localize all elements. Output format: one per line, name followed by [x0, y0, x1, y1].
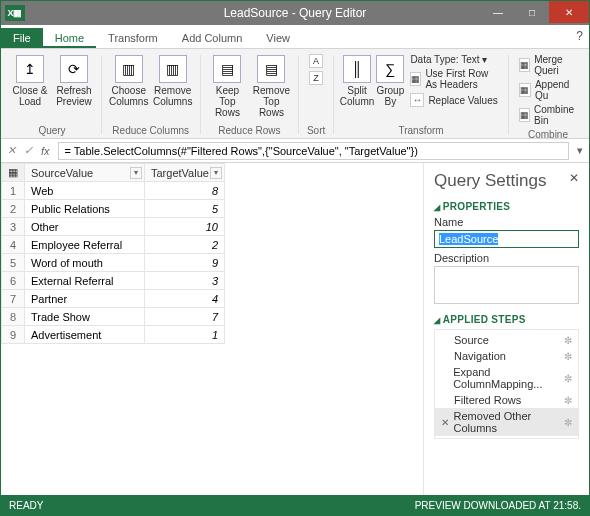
chevron-down-icon[interactable]: ▾ — [130, 167, 142, 179]
gear-icon[interactable]: ✼ — [564, 351, 572, 362]
remove-columns-icon: ▥ — [159, 55, 187, 83]
data-type-button[interactable]: Data Type: Text ▾ — [406, 53, 502, 66]
applied-step[interactable]: Source✼ — [435, 332, 578, 348]
cell-source[interactable]: Employee Referral — [25, 236, 145, 254]
cell-source[interactable]: Word of mouth — [25, 254, 145, 272]
cell-source[interactable]: Other — [25, 218, 145, 236]
table-row[interactable]: 5Word of mouth9 — [2, 254, 225, 272]
gear-icon[interactable]: ✼ — [564, 335, 572, 346]
query-settings-pane: Query Settings ✕ PROPERTIES Name LeadSou… — [423, 163, 589, 495]
replace-values-button[interactable]: ↔Replace Values — [406, 92, 502, 108]
group-sort-label: Sort — [305, 123, 327, 138]
table-row[interactable]: 3Other10 — [2, 218, 225, 236]
step-label: Source — [454, 334, 489, 346]
tab-home[interactable]: Home — [43, 28, 96, 48]
applied-step[interactable]: Expand ColumnMapping...✼ — [435, 364, 578, 392]
headers-icon: ▦ — [410, 72, 421, 86]
cell-source[interactable]: Partner — [25, 290, 145, 308]
formula-input[interactable]: = Table.SelectColumns(#"Filtered Rows",{… — [58, 142, 569, 160]
gear-icon[interactable]: ✼ — [564, 373, 572, 384]
confirm-fx-icon[interactable]: ✓ — [24, 144, 33, 157]
col-header-source[interactable]: SourceValue▾ — [25, 164, 145, 182]
step-label: Expand ColumnMapping... — [453, 366, 572, 390]
refresh-icon: ⟳ — [60, 55, 88, 83]
sort-desc-button[interactable]: Z — [305, 70, 327, 86]
remove-rows-icon: ▤ — [257, 55, 285, 83]
keep-top-rows-button[interactable]: ▤ Keep Top Rows — [206, 51, 248, 118]
steps-list: Source✼Navigation✼Expand ColumnMapping..… — [434, 329, 579, 439]
split-column-icon: ║ — [343, 55, 371, 83]
select-all-corner[interactable]: ▦ — [2, 164, 25, 182]
table-row[interactable]: 8Trade Show7 — [2, 308, 225, 326]
remove-columns-button[interactable]: ▥ Remove Columns — [152, 51, 194, 107]
table-row[interactable]: 4Employee Referral2 — [2, 236, 225, 254]
formula-dropdown-icon[interactable]: ▾ — [577, 144, 583, 157]
fx-icon[interactable]: fx — [41, 145, 50, 157]
cell-target[interactable]: 7 — [145, 308, 225, 326]
tab-add-column[interactable]: Add Column — [170, 28, 255, 48]
gear-icon[interactable]: ✼ — [564, 417, 572, 428]
cell-source[interactable]: External Referral — [25, 272, 145, 290]
maximize-button[interactable]: □ — [515, 1, 549, 23]
cancel-fx-icon[interactable]: ✕ — [7, 144, 16, 157]
split-column-button[interactable]: ║ Split Column — [340, 51, 374, 107]
cell-target[interactable]: 4 — [145, 290, 225, 308]
cell-source[interactable]: Web — [25, 182, 145, 200]
append-queries-button[interactable]: ▦Append Qu — [515, 78, 581, 102]
cell-source[interactable]: Trade Show — [25, 308, 145, 326]
row-number: 5 — [2, 254, 25, 272]
group-by-button[interactable]: ∑ Group By — [376, 51, 404, 107]
cell-source[interactable]: Public Relations — [25, 200, 145, 218]
cell-target[interactable]: 8 — [145, 182, 225, 200]
step-label: Filtered Rows — [454, 394, 521, 406]
table-row[interactable]: 6External Referral3 — [2, 272, 225, 290]
applied-step[interactable]: ✕Removed Other Columns✼ — [435, 408, 578, 436]
tab-transform[interactable]: Transform — [96, 28, 170, 48]
choose-columns-icon: ▥ — [115, 55, 143, 83]
description-input[interactable] — [434, 266, 579, 304]
table-row[interactable]: 1Web8 — [2, 182, 225, 200]
applied-step[interactable]: Filtered Rows✼ — [435, 392, 578, 408]
col-header-target[interactable]: TargetValue▾ — [145, 164, 225, 182]
choose-columns-button[interactable]: ▥ Choose Columns — [108, 51, 150, 107]
row-number: 3 — [2, 218, 25, 236]
cell-target[interactable]: 1 — [145, 326, 225, 344]
tab-view[interactable]: View — [254, 28, 302, 48]
tab-file[interactable]: File — [1, 28, 43, 48]
minimize-button[interactable]: — — [481, 1, 515, 23]
cell-target[interactable]: 10 — [145, 218, 225, 236]
table-row[interactable]: 7Partner4 — [2, 290, 225, 308]
applied-step[interactable]: Navigation✼ — [435, 348, 578, 364]
chevron-down-icon[interactable]: ▾ — [210, 167, 222, 179]
applied-steps-section[interactable]: APPLIED STEPS — [434, 314, 579, 325]
group-reduce-cols-label: Reduce Columns — [108, 123, 194, 138]
combine-binaries-button[interactable]: ▦Combine Bin — [515, 103, 581, 127]
ribbon: ↥ Close & Load ⟳ Refresh Preview Query ▥… — [1, 49, 589, 139]
help-icon[interactable]: ? — [576, 29, 583, 43]
close-settings-button[interactable]: ✕ — [569, 171, 579, 185]
name-input[interactable]: LeadSource — [434, 230, 579, 248]
data-grid-pane: ▦ SourceValue▾ TargetValue▾ 1Web82Public… — [1, 163, 423, 495]
cell-target[interactable]: 2 — [145, 236, 225, 254]
gear-icon[interactable]: ✼ — [564, 395, 572, 406]
close-load-button[interactable]: ↥ Close & Load — [9, 51, 51, 107]
step-label: Removed Other Columns — [454, 410, 572, 434]
delete-step-icon[interactable]: ✕ — [441, 417, 451, 428]
merge-queries-button[interactable]: ▦Merge Queri — [515, 53, 581, 77]
row-number: 7 — [2, 290, 25, 308]
cell-target[interactable]: 9 — [145, 254, 225, 272]
merge-icon: ▦ — [519, 58, 530, 72]
step-label: Navigation — [454, 350, 506, 362]
close-button[interactable]: ✕ — [549, 1, 589, 23]
titlebar: X▦ LeadSource - Query Editor — □ ✕ — [1, 1, 589, 25]
refresh-preview-button[interactable]: ⟳ Refresh Preview — [53, 51, 95, 107]
table-row[interactable]: 2Public Relations5 — [2, 200, 225, 218]
remove-top-rows-button[interactable]: ▤ Remove Top Rows — [250, 51, 292, 118]
first-row-headers-button[interactable]: ▦Use First Row As Headers — [406, 67, 502, 91]
properties-section[interactable]: PROPERTIES — [434, 201, 579, 212]
sort-asc-button[interactable]: A — [305, 53, 327, 69]
cell-source[interactable]: Advertisement — [25, 326, 145, 344]
cell-target[interactable]: 3 — [145, 272, 225, 290]
cell-target[interactable]: 5 — [145, 200, 225, 218]
table-row[interactable]: 9Advertisement1 — [2, 326, 225, 344]
